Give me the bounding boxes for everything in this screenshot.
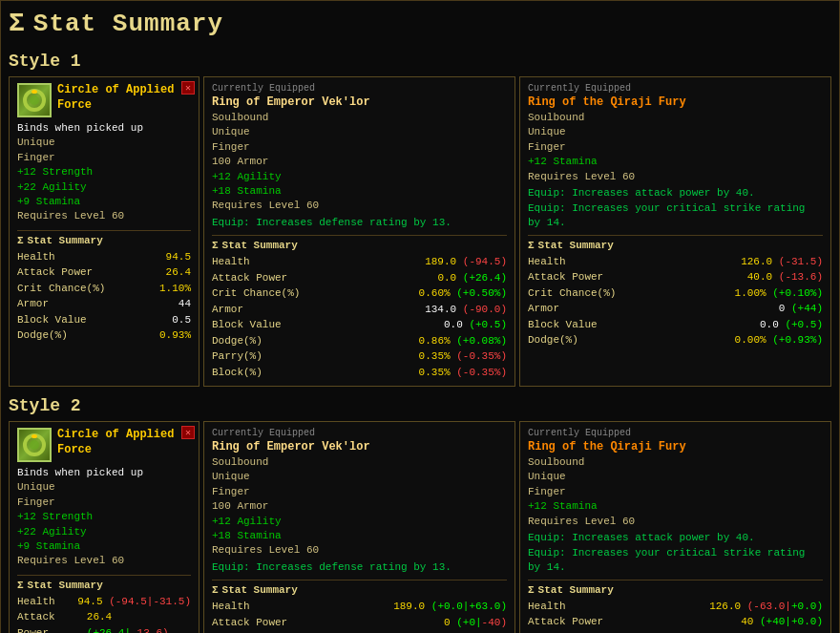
svg-point-2 [32, 90, 37, 94]
style1-unique: Unique [17, 136, 191, 150]
style2-label: Style 2 [9, 392, 831, 421]
stat-row: Health 94.5 [17, 249, 191, 265]
style2-equipped-left: Currently Equipped Ring of Emperor Vek'l… [203, 421, 515, 633]
style2-stat-header: Σ Stat Summary [17, 575, 191, 591]
stat-row: Block Value 0.5 [17, 312, 191, 328]
item-icon [17, 83, 52, 117]
svg-point-4 [30, 440, 39, 450]
page-title: Σ Stat Summary [9, 9, 831, 38]
style2-item-header: Circle of Applied Force ✕ [17, 428, 191, 462]
style2-item-panel: Circle of Applied Force ✕ Binds when pic… [9, 421, 200, 633]
style1-eq-left-name: Ring of Emperor Vek'lor [212, 95, 507, 109]
style2-close-btn[interactable]: ✕ [181, 426, 195, 439]
style2-panels: Circle of Applied Force ✕ Binds when pic… [9, 421, 831, 633]
style1-stat-summary-header: Σ Stat Summary [17, 230, 191, 246]
page-wrapper: Σ Stat Summary Style 1 Circle of Applied… [0, 0, 840, 633]
stat-row: Dodge(%) 0.93% [17, 327, 191, 344]
style1-item-panel: Circle of Applied Force ✕ Binds when pic… [9, 76, 200, 387]
style1-panels: Circle of Applied Force ✕ Binds when pic… [9, 76, 831, 387]
style2-equipped-right: Currently Equipped Ring of the Qiraji Fu… [519, 421, 831, 633]
style1-item-name: Circle of Applied Force [57, 83, 191, 113]
style1-close-btn[interactable]: ✕ [181, 81, 195, 95]
s1er-stat-header: Σ Stat Summary [528, 235, 823, 251]
style1-equipped-right: Currently Equipped Ring of the Qiraji Fu… [519, 76, 831, 387]
style2-item-icon [17, 428, 52, 462]
style1-binds: Binds when picked up [17, 121, 191, 136]
s1el-stat-header: Σ Stat Summary [212, 235, 507, 251]
svg-point-1 [30, 95, 39, 105]
sigma-icon: Σ [9, 9, 26, 38]
style1-req: Requires Level 60 [17, 209, 191, 223]
title-text: Stat Summary [33, 10, 223, 38]
style1-slot: Finger [17, 151, 191, 165]
style1-item-header: Circle of Applied Force ✕ [17, 83, 191, 117]
style1-eq-right-label: Currently Equipped [528, 83, 823, 94]
svg-point-5 [32, 434, 37, 438]
stat-row: Armor 44 [17, 296, 191, 312]
style1-stat3: +9 Stamina [17, 195, 191, 209]
stat-row: Crit Chance(%) 1.10% [17, 281, 191, 297]
style1-label: Style 1 [9, 48, 831, 76]
style2-item-name: Circle of Applied Force [57, 428, 191, 457]
stat-row: Attack Power 26.4 [17, 264, 191, 281]
style1-equipped-left: Currently Equipped Ring of Emperor Vek'l… [203, 76, 515, 387]
style1-eq-left-label: Currently Equipped [212, 83, 507, 94]
style1-stat2: +22 Agility [17, 180, 191, 195]
style1-stat1: +12 Strength [17, 165, 191, 179]
style1-eq-right-name: Ring of the Qiraji Fury [528, 95, 823, 109]
